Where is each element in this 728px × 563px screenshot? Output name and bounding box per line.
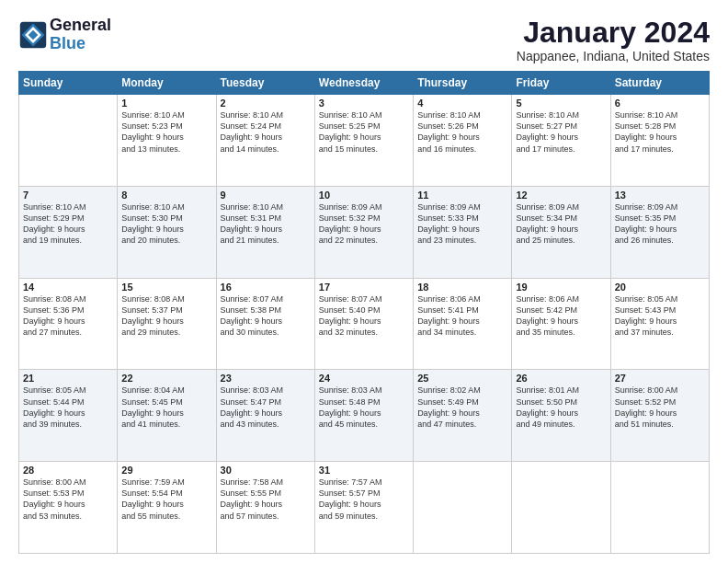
title-block: January 2024 Nappanee, Indiana, United S… xyxy=(517,17,710,63)
calendar-cell: 23Sunrise: 8:03 AMSunset: 5:47 PMDayligh… xyxy=(216,370,314,462)
cell-info: Sunrise: 8:05 AMSunset: 5:44 PMDaylight:… xyxy=(23,385,113,430)
cell-info: Sunrise: 8:10 AMSunset: 5:28 PMDaylight:… xyxy=(615,109,705,155)
cell-info: Sunrise: 8:06 AMSunset: 5:42 PMDaylight:… xyxy=(516,293,606,339)
day-header-thursday: Thursday xyxy=(414,72,512,95)
day-number: 4 xyxy=(417,98,507,109)
cell-info: Sunrise: 8:09 AMSunset: 5:35 PMDaylight:… xyxy=(615,201,705,247)
calendar-cell: 5Sunrise: 8:10 AMSunset: 5:27 PMDaylight… xyxy=(512,95,610,187)
calendar-week-2: 7Sunrise: 8:10 AMSunset: 5:29 PMDaylight… xyxy=(19,186,710,278)
cell-info: Sunrise: 8:01 AMSunset: 5:50 PMDaylight:… xyxy=(516,385,606,430)
calendar-cell: 29Sunrise: 7:59 AMSunset: 5:54 PMDayligh… xyxy=(118,462,216,554)
day-number: 10 xyxy=(319,190,409,201)
day-number: 15 xyxy=(121,282,211,293)
day-number: 28 xyxy=(23,465,113,476)
calendar-cell: 18Sunrise: 8:06 AMSunset: 5:41 PMDayligh… xyxy=(414,278,512,370)
cell-info: Sunrise: 8:08 AMSunset: 5:36 PMDaylight:… xyxy=(23,293,113,339)
day-number: 26 xyxy=(516,373,606,384)
calendar-cell: 4Sunrise: 8:10 AMSunset: 5:26 PMDaylight… xyxy=(414,95,512,187)
day-number: 14 xyxy=(23,282,113,293)
calendar-cell: 14Sunrise: 8:08 AMSunset: 5:36 PMDayligh… xyxy=(19,278,118,370)
calendar-table: SundayMondayTuesdayWednesdayThursdayFrid… xyxy=(18,71,710,554)
day-number: 21 xyxy=(23,373,113,384)
cell-info: Sunrise: 7:59 AMSunset: 5:54 PMDaylight:… xyxy=(121,477,211,522)
day-header-sunday: Sunday xyxy=(19,72,118,95)
calendar-cell: 28Sunrise: 8:00 AMSunset: 5:53 PMDayligh… xyxy=(19,462,118,554)
cell-info: Sunrise: 8:00 AMSunset: 5:53 PMDaylight:… xyxy=(23,477,113,522)
day-number: 6 xyxy=(615,98,705,109)
cell-info: Sunrise: 8:10 AMSunset: 5:23 PMDaylight:… xyxy=(121,109,211,155)
day-number: 1 xyxy=(121,98,211,109)
day-number: 12 xyxy=(516,190,606,201)
cell-info: Sunrise: 8:09 AMSunset: 5:33 PMDaylight:… xyxy=(417,201,507,247)
day-header-friday: Friday xyxy=(512,72,610,95)
day-number: 27 xyxy=(615,373,705,384)
cell-info: Sunrise: 8:09 AMSunset: 5:32 PMDaylight:… xyxy=(319,201,409,247)
cell-info: Sunrise: 8:04 AMSunset: 5:45 PMDaylight:… xyxy=(121,385,211,430)
calendar-cell: 21Sunrise: 8:05 AMSunset: 5:44 PMDayligh… xyxy=(19,370,118,462)
cell-info: Sunrise: 8:10 AMSunset: 5:30 PMDaylight:… xyxy=(121,201,211,247)
general-blue-icon xyxy=(18,20,48,50)
logo-text: General Blue xyxy=(50,17,111,53)
day-number: 11 xyxy=(417,190,507,201)
cell-info: Sunrise: 8:08 AMSunset: 5:37 PMDaylight:… xyxy=(121,293,211,339)
calendar-cell: 15Sunrise: 8:08 AMSunset: 5:37 PMDayligh… xyxy=(118,278,216,370)
day-number: 2 xyxy=(221,98,311,109)
day-header-tuesday: Tuesday xyxy=(216,72,314,95)
calendar-week-3: 14Sunrise: 8:08 AMSunset: 5:36 PMDayligh… xyxy=(19,278,710,370)
day-number: 7 xyxy=(23,190,113,201)
cell-info: Sunrise: 8:10 AMSunset: 5:31 PMDaylight:… xyxy=(221,201,311,247)
cell-info: Sunrise: 7:57 AMSunset: 5:57 PMDaylight:… xyxy=(319,477,409,522)
calendar-cell: 20Sunrise: 8:05 AMSunset: 5:43 PMDayligh… xyxy=(610,278,709,370)
calendar-cell xyxy=(512,462,610,554)
page: General Blue January 2024 Nappanee, Indi… xyxy=(0,0,728,563)
day-header-saturday: Saturday xyxy=(610,72,709,95)
day-number: 31 xyxy=(319,465,409,476)
calendar-week-4: 21Sunrise: 8:05 AMSunset: 5:44 PMDayligh… xyxy=(19,370,710,462)
month-year: January 2024 xyxy=(517,17,710,49)
calendar-cell: 26Sunrise: 8:01 AMSunset: 5:50 PMDayligh… xyxy=(512,370,610,462)
calendar-cell: 13Sunrise: 8:09 AMSunset: 5:35 PMDayligh… xyxy=(610,186,709,278)
calendar-cell: 22Sunrise: 8:04 AMSunset: 5:45 PMDayligh… xyxy=(118,370,216,462)
cell-info: Sunrise: 8:00 AMSunset: 5:52 PMDaylight:… xyxy=(615,385,705,430)
cell-info: Sunrise: 8:07 AMSunset: 5:40 PMDaylight:… xyxy=(319,293,409,339)
location: Nappanee, Indiana, United States xyxy=(517,49,710,63)
calendar-cell xyxy=(19,95,118,187)
cell-info: Sunrise: 8:02 AMSunset: 5:49 PMDaylight:… xyxy=(417,385,507,430)
day-number: 18 xyxy=(417,282,507,293)
calendar-cell: 24Sunrise: 8:03 AMSunset: 5:48 PMDayligh… xyxy=(314,370,413,462)
cell-info: Sunrise: 8:03 AMSunset: 5:47 PMDaylight:… xyxy=(221,385,311,430)
calendar-cell: 6Sunrise: 8:10 AMSunset: 5:28 PMDaylight… xyxy=(610,95,709,187)
calendar-cell: 27Sunrise: 8:00 AMSunset: 5:52 PMDayligh… xyxy=(610,370,709,462)
day-header-wednesday: Wednesday xyxy=(314,72,413,95)
logo: General Blue xyxy=(18,17,111,53)
day-number: 9 xyxy=(221,190,311,201)
calendar-week-1: 1Sunrise: 8:10 AMSunset: 5:23 PMDaylight… xyxy=(19,95,710,187)
day-number: 22 xyxy=(121,373,211,384)
calendar-cell: 19Sunrise: 8:06 AMSunset: 5:42 PMDayligh… xyxy=(512,278,610,370)
calendar-cell: 25Sunrise: 8:02 AMSunset: 5:49 PMDayligh… xyxy=(414,370,512,462)
day-number: 19 xyxy=(516,282,606,293)
cell-info: Sunrise: 8:10 AMSunset: 5:24 PMDaylight:… xyxy=(221,109,311,155)
calendar-cell: 2Sunrise: 8:10 AMSunset: 5:24 PMDaylight… xyxy=(216,95,314,187)
day-number: 13 xyxy=(615,190,705,201)
header: General Blue January 2024 Nappanee, Indi… xyxy=(18,17,710,63)
calendar-cell: 31Sunrise: 7:57 AMSunset: 5:57 PMDayligh… xyxy=(314,462,413,554)
cell-info: Sunrise: 7:58 AMSunset: 5:55 PMDaylight:… xyxy=(221,477,311,522)
cell-info: Sunrise: 8:03 AMSunset: 5:48 PMDaylight:… xyxy=(319,385,409,430)
calendar-cell: 7Sunrise: 8:10 AMSunset: 5:29 PMDaylight… xyxy=(19,186,118,278)
calendar-cell: 12Sunrise: 8:09 AMSunset: 5:34 PMDayligh… xyxy=(512,186,610,278)
calendar-cell: 17Sunrise: 8:07 AMSunset: 5:40 PMDayligh… xyxy=(314,278,413,370)
day-number: 24 xyxy=(319,373,409,384)
calendar-cell xyxy=(414,462,512,554)
calendar-week-5: 28Sunrise: 8:00 AMSunset: 5:53 PMDayligh… xyxy=(19,462,710,554)
cell-info: Sunrise: 8:10 AMSunset: 5:26 PMDaylight:… xyxy=(417,109,507,155)
calendar-cell: 1Sunrise: 8:10 AMSunset: 5:23 PMDaylight… xyxy=(118,95,216,187)
calendar-cell: 30Sunrise: 7:58 AMSunset: 5:55 PMDayligh… xyxy=(216,462,314,554)
calendar-cell: 10Sunrise: 8:09 AMSunset: 5:32 PMDayligh… xyxy=(314,186,413,278)
day-number: 3 xyxy=(319,98,409,109)
day-header-monday: Monday xyxy=(118,72,216,95)
calendar-cell: 8Sunrise: 8:10 AMSunset: 5:30 PMDaylight… xyxy=(118,186,216,278)
calendar-cell: 9Sunrise: 8:10 AMSunset: 5:31 PMDaylight… xyxy=(216,186,314,278)
calendar-cell: 16Sunrise: 8:07 AMSunset: 5:38 PMDayligh… xyxy=(216,278,314,370)
day-number: 20 xyxy=(615,282,705,293)
